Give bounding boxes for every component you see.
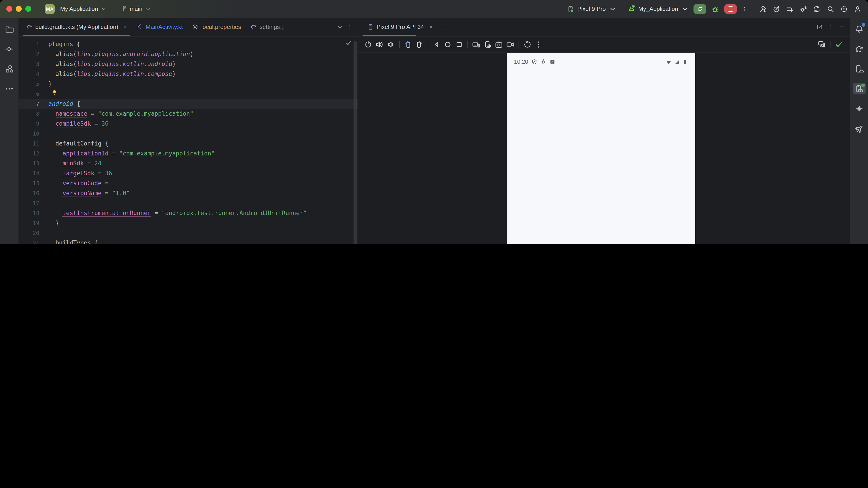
project-selector[interactable]: My Application [58,5,109,12]
line-text: } [39,218,59,228]
code-line-15[interactable]: 15 versionCode = 1 [19,178,358,188]
code-line-5[interactable]: 5} [19,79,358,89]
minimize-window-button[interactable] [16,6,22,12]
health-check-icon[interactable] [835,40,843,49]
device-screen[interactable]: 10:20 A Hello Android! [507,53,695,244]
tab-local-properties[interactable]: local.properties [187,18,246,36]
tab-options-icon[interactable] [347,24,353,30]
more-actions-button[interactable] [741,4,748,13]
resource-manager-button[interactable] [2,63,16,74]
code-line-16[interactable]: 16 versionName = "1.0" [19,188,358,198]
code-line-8[interactable]: 8 namespace = "com.example.myapplication… [19,109,358,119]
stop-icon [728,6,733,11]
editor-scrollbar[interactable] [353,41,357,244]
code-line-1[interactable]: 1plugins { [19,39,358,49]
nav-home-icon[interactable] [443,40,452,49]
device-settings-icon[interactable] [483,40,492,49]
zoom-window-button[interactable] [25,6,31,12]
code-line-18[interactable]: 18 testInstrumentationRunner = "androidx… [19,208,358,218]
open-in-window-icon[interactable] [816,24,823,30]
running-devices-button[interactable] [852,83,866,94]
line-text: targetSdk = 36 [39,168,112,178]
debug-button[interactable] [711,4,720,13]
close-tab-icon[interactable]: × [430,24,433,30]
notifications-button[interactable] [852,23,866,35]
layout-inspect-icon[interactable] [817,40,826,49]
shield-icon [531,59,538,65]
keyboard-a-icon: A [550,59,556,65]
apply-changes-icon[interactable]: A [772,5,780,13]
device-manager-icon [855,64,864,73]
nav-overview-icon[interactable] [455,40,463,49]
code-line-10[interactable]: 10 [19,129,358,139]
project-toolwindow-button[interactable] [2,23,16,35]
code-line-17[interactable]: 17 [19,198,358,208]
app-links-button[interactable] [852,123,866,134]
code-line-3[interactable]: 3 alias(libs.plugins.kotlin.android) [19,59,358,69]
intention-bulb-icon[interactable] [51,89,58,96]
snapshot-restart-icon[interactable] [523,40,532,49]
code-line-11[interactable]: 11 defaultConfig { [19,139,358,149]
more-toolwindows-button[interactable] [2,83,16,94]
commit-toolwindow-button[interactable] [2,43,16,55]
code-line-7[interactable]: 7android { [19,99,358,109]
tab-mainactivity[interactable]: MainActivity.kt [131,18,187,36]
project-avatar: MA [45,4,55,14]
line-text: buildTypes { [39,238,98,244]
tab-label: build.gradle.kts (My Application) [35,24,118,30]
hardware-input-icon[interactable] [472,40,480,49]
code-line-4[interactable]: 4 alias(libs.plugins.kotlin.compose) [19,69,358,79]
screen-record-icon[interactable] [506,40,515,49]
screenshot-camera-icon[interactable] [495,40,503,49]
inspections-ok-icon[interactable] [345,39,352,46]
device-tab-pixel9[interactable]: Pixel 9 Pro API 34 × [363,18,437,36]
more-vert-icon[interactable] [534,40,543,49]
code-line-14[interactable]: 14 targetSdk = 36 [19,168,358,178]
rotate-left-icon[interactable] [404,40,412,49]
separator [428,41,428,48]
code-line-21[interactable]: 21 buildTypes { [19,238,358,244]
apply-code-icon[interactable] [786,5,794,13]
hammer-icon[interactable] [758,5,767,13]
line-number: 4 [19,69,39,79]
gemini-button[interactable] [852,103,866,114]
stop-button[interactable] [724,4,737,14]
volume-up-icon[interactable] [375,40,384,49]
code-editor[interactable]: 1plugins {2 alias(libs.plugins.android.a… [19,37,358,244]
code-line-13[interactable]: 13 minSdk = 24 [19,159,358,168]
run-configuration-selector[interactable]: My_Application [627,5,689,13]
folder-icon [4,24,14,34]
tab-settings-gradle[interactable]: settings.g [246,18,289,36]
tab-list-dropdown-icon[interactable] [337,24,343,30]
phone-status-left-icons: A [531,59,556,65]
close-window-button[interactable] [6,6,12,12]
tab-build-gradle[interactable]: build.gradle.kts (My Application) × [21,18,131,36]
panel-options-icon[interactable] [828,24,834,30]
line-number: 6 [19,89,39,99]
code-line-19[interactable]: 19 } [19,218,358,228]
search-icon[interactable] [827,5,835,13]
properties-file-icon [192,24,198,30]
code-line-2[interactable]: 2 alias(libs.plugins.android.application… [19,49,358,59]
rerun-button[interactable] [693,4,706,14]
profile-icon[interactable] [854,5,862,13]
volume-down-icon[interactable] [386,40,395,49]
rotate-right-icon[interactable] [415,40,424,49]
code-line-20[interactable]: 20 [19,228,358,238]
code-line-12[interactable]: 12 applicationId = "com.example.myapplic… [19,149,358,159]
hide-panel-icon[interactable] [839,24,845,30]
power-icon[interactable] [364,40,373,49]
device-manager-button[interactable] [852,63,866,74]
vcs-branch-selector[interactable]: main [119,5,153,12]
attach-debugger-icon[interactable] [799,5,807,13]
nav-back-icon[interactable] [432,40,441,49]
device-selector[interactable]: Pixel 9 Pro [566,5,617,13]
sync-icon[interactable] [813,5,821,13]
code-line-9[interactable]: 9 compileSdk = 36 [19,119,358,129]
new-device-tab-button[interactable]: + [437,18,451,36]
gradle-toolwindow-button[interactable] [852,43,866,55]
line-text: alias(libs.plugins.kotlin.android) [39,59,176,69]
close-tab-icon[interactable]: × [124,24,127,30]
settings-gear-icon[interactable] [840,5,848,13]
code-line-6[interactable]: 6 [19,89,358,99]
